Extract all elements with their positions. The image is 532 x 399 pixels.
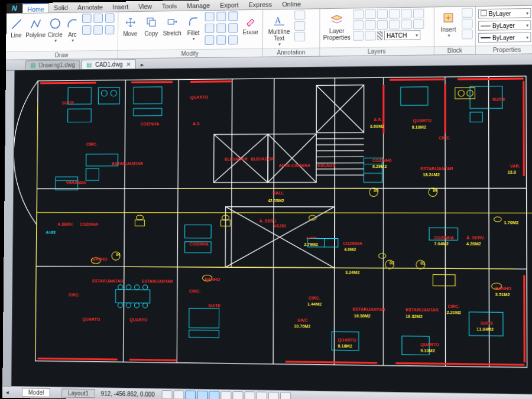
- room-label: VAZIO: [274, 224, 287, 228]
- menu-tab-view[interactable]: View: [134, 1, 157, 11]
- draw-spline-icon[interactable]: [93, 14, 103, 23]
- svg-line-52: [524, 81, 524, 176]
- close-icon[interactable]: ✕: [126, 61, 131, 67]
- tab-layout1[interactable]: Layout1: [61, 388, 95, 398]
- layer-properties-button[interactable]: Layer Properties: [322, 9, 351, 41]
- draw-line-button[interactable]: Line: [8, 15, 24, 39]
- block-insert-button[interactable]: Insert▾: [437, 8, 460, 38]
- layer-off-icon[interactable]: [353, 9, 364, 19]
- layer-freeze-icon[interactable]: [365, 9, 375, 19]
- layer-prev-icon[interactable]: [413, 9, 424, 18]
- modify-stretch-button[interactable]: Stretch: [163, 12, 182, 37]
- otrack-toggle-icon[interactable]: [220, 391, 231, 399]
- modify-offset-icon[interactable]: [228, 23, 238, 33]
- draw-arc-label: Arc: [68, 31, 77, 38]
- modify-break-icon[interactable]: [228, 35, 238, 44]
- modify-scale-icon[interactable]: [205, 24, 214, 33]
- room-label: ESTAR/JANTAR: [92, 278, 124, 283]
- draw-ellipse-icon[interactable]: [105, 14, 115, 23]
- room-label: A.SERV.: [57, 222, 73, 226]
- menu-tab-tools[interactable]: Tools: [157, 1, 182, 11]
- snap-toggle-icon[interactable]: [162, 390, 173, 399]
- room-label: ANTE-CÂMARA: [278, 163, 310, 167]
- layer-iso-icon[interactable]: [389, 9, 400, 18]
- room-label: 9.10M2: [412, 125, 426, 129]
- modify-mirror-icon[interactable]: [228, 11, 238, 21]
- block-create-icon[interactable]: [462, 8, 473, 18]
- room-label: 9.10M2: [420, 349, 435, 353]
- block-attr-icon[interactable]: [462, 30, 473, 40]
- menu-tab-express[interactable]: Express: [244, 0, 278, 9]
- menu-tab-export[interactable]: Export: [215, 0, 244, 10]
- layer-match-icon[interactable]: [401, 9, 411, 18]
- modify-array-icon[interactable]: [216, 24, 226, 33]
- layer-walk-icon[interactable]: [413, 20, 424, 29]
- modify-move-button[interactable]: Move: [121, 13, 140, 37]
- svg-point-70: [126, 303, 131, 307]
- room-label: ELEVADOR: [251, 157, 274, 161]
- modify-join-icon[interactable]: [216, 35, 226, 45]
- modify-fillet-button[interactable]: Fillet▾: [184, 12, 203, 41]
- tab-model[interactable]: Model: [22, 388, 50, 397]
- new-tab-icon[interactable]: ▸: [141, 61, 144, 69]
- modify-erase-button[interactable]: Erase: [241, 11, 260, 35]
- ortho-toggle-icon[interactable]: [185, 391, 196, 399]
- draw-hatch-icon[interactable]: [93, 25, 103, 35]
- menu-tab-solid[interactable]: Solid: [49, 2, 73, 12]
- lineweight-selector[interactable]: ByLayer▾: [478, 33, 531, 43]
- menu-tab-manage[interactable]: Manage: [182, 0, 215, 11]
- draw-point-icon[interactable]: [82, 25, 92, 35]
- room-label: ESTAR/JANTAR: [406, 308, 438, 313]
- doc-tab-drawing1[interactable]: ▤Drawing1.dwg: [25, 60, 80, 70]
- doc-tab-cad1-label: CAD1.dwg: [95, 61, 123, 67]
- lwt-toggle-icon[interactable]: [245, 391, 255, 399]
- draw-rectangle-icon[interactable]: [82, 14, 92, 23]
- polar-toggle-icon[interactable]: [197, 391, 207, 399]
- sc-toggle-icon[interactable]: [268, 392, 279, 399]
- draw-polyline-button[interactable]: Polyline: [25, 14, 46, 38]
- ann-toggle-icon[interactable]: [280, 392, 291, 399]
- svg-line-11: [124, 80, 126, 362]
- leader-icon[interactable]: [294, 21, 305, 31]
- modify-copy-button[interactable]: Copy: [141, 12, 161, 37]
- color-selector[interactable]: ByLayer▾: [478, 8, 531, 19]
- dim-linear-icon[interactable]: [294, 11, 305, 20]
- draw-circle-button[interactable]: Circle▾: [47, 14, 63, 44]
- svg-line-49: [129, 359, 177, 360]
- menu-tab-home[interactable]: Home: [22, 3, 50, 13]
- layer-lock-icon[interactable]: [377, 9, 388, 19]
- grid-toggle-icon[interactable]: [174, 390, 184, 399]
- draw-circle-label: Circle: [48, 31, 63, 38]
- modify-rotate-icon[interactable]: [205, 12, 214, 21]
- modify-trim-icon[interactable]: [216, 12, 226, 21]
- hatch-label: HATCH: [387, 32, 407, 39]
- draw-arc-button[interactable]: Arc▾: [64, 14, 80, 43]
- menu-tab-online[interactable]: Online: [277, 0, 306, 9]
- doc-tab-cad1[interactable]: ▤CAD1.dwg ✕: [82, 59, 137, 69]
- block-edit-icon[interactable]: [462, 19, 473, 29]
- hatch-pattern-icon[interactable]: [377, 31, 383, 40]
- layer-uniso-icon[interactable]: [389, 20, 400, 29]
- hatch-selector[interactable]: HATCH▾: [384, 30, 420, 40]
- menu-tab-annotate[interactable]: Annotate: [73, 2, 108, 12]
- menu-tab-insert[interactable]: Insert: [108, 1, 134, 11]
- layer-line-icon[interactable]: [365, 31, 375, 40]
- qp-toggle-icon[interactable]: [257, 391, 267, 399]
- drawing-canvas[interactable]: SUITECIRC.VARANDAESTAR/JANTARCOZINHAQUAR…: [12, 65, 532, 394]
- layer-color-icon[interactable]: [353, 31, 364, 40]
- draw-region-icon[interactable]: [105, 25, 115, 34]
- annot-mtext-button[interactable]: A Multiline Text▾: [265, 11, 293, 47]
- table-icon[interactable]: [294, 32, 305, 41]
- room-label: 1.44M2: [307, 302, 322, 306]
- room-label: CIRC.: [448, 304, 460, 309]
- dyn-toggle-icon[interactable]: [233, 391, 244, 399]
- layer-unlock-icon[interactable]: [377, 20, 388, 30]
- room-label: COZINHA: [190, 242, 209, 246]
- modify-explode-icon[interactable]: [205, 35, 214, 45]
- layer-thaw-icon[interactable]: [365, 20, 375, 30]
- layer-on-icon[interactable]: [353, 20, 364, 30]
- osnap-toggle-icon[interactable]: [209, 391, 219, 399]
- linetype-selector[interactable]: ByLayer▾: [478, 20, 531, 31]
- layer-state-icon[interactable]: [401, 20, 411, 29]
- svg-point-96: [378, 254, 386, 258]
